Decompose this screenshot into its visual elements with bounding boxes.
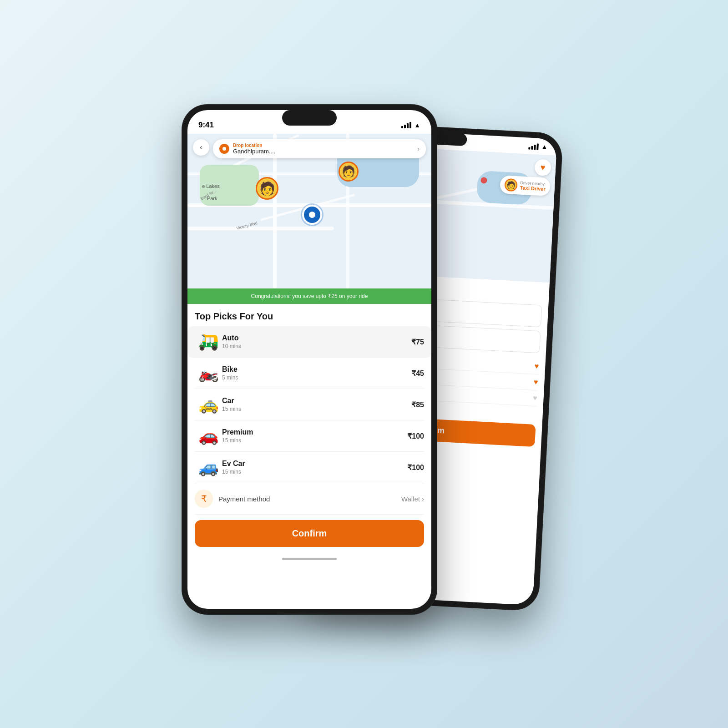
- auto-price: ₹75: [411, 338, 424, 346]
- drop-location-bar[interactable]: Drop location Gandhipuram.... ›: [213, 139, 426, 158]
- map-area: e Lakes Park Bard Av... Victory Blvd ‹ D…: [187, 134, 431, 288]
- back-arrow-icon: ‹: [200, 143, 202, 152]
- ride-option-premium[interactable]: 🚗 Premium 15 mins ₹100: [195, 420, 424, 452]
- car-info: Car 15 mins: [222, 397, 411, 412]
- auto-info: Auto 10 mins: [222, 334, 411, 349]
- auto-time: 10 mins: [222, 343, 411, 349]
- drop-location-name: Gandhipuram....: [233, 148, 414, 155]
- ride-option-car[interactable]: 🚕 Car 15 mins ₹85: [195, 389, 424, 420]
- payment-label: Payment method: [218, 495, 401, 503]
- signal-bar-2: [404, 125, 406, 128]
- fav-park-heart-icon[interactable]: ♥: [534, 362, 539, 370]
- signal-bar-2: [531, 146, 533, 150]
- front-phone: 9:41 ▲: [182, 105, 437, 614]
- payment-icon: ₹: [195, 490, 213, 508]
- fav-dhipuram-heart-icon[interactable]: ♥: [534, 378, 538, 386]
- bike-name: Bike: [222, 365, 411, 374]
- premium-info: Premium 15 mins: [222, 428, 407, 444]
- bottom-sheet: Top Picks For You 🛺 Auto 10 mins ₹75 🏍️ …: [187, 304, 431, 564]
- evcar-icon: 🚙: [195, 457, 222, 477]
- road-horizontal-2: [187, 227, 334, 230]
- driver-avatar-back: 🧑: [504, 178, 517, 192]
- driver-marker-1: 🧑: [256, 177, 278, 200]
- drop-location-icon: [219, 144, 229, 154]
- savings-banner: Congratulations! you save upto ₹25 on yo…: [187, 288, 431, 304]
- evcar-info: Ev Car 15 mins: [222, 460, 407, 475]
- signal-bars: [401, 122, 411, 128]
- signal-bar-1: [528, 147, 530, 149]
- payment-method-row[interactable]: ₹ Payment method Wallet ›: [195, 483, 424, 515]
- status-time: 9:41: [198, 121, 214, 130]
- fav-pool-heart-icon[interactable]: ♥: [533, 394, 537, 402]
- premium-name: Premium: [222, 428, 407, 436]
- evcar-price: ₹100: [407, 463, 424, 472]
- car-price: ₹85: [411, 400, 424, 409]
- evcar-name: Ev Car: [222, 460, 407, 468]
- drop-chevron-icon: ›: [417, 145, 420, 152]
- signal-bar-4: [410, 122, 411, 128]
- signal-bar-4: [536, 143, 539, 150]
- dynamic-island-front: [282, 110, 337, 126]
- confirm-button[interactable]: Confirm: [195, 520, 424, 547]
- premium-price: ₹100: [407, 432, 424, 440]
- ride-option-evcar[interactable]: 🚙 Ev Car 15 mins ₹100: [195, 452, 424, 483]
- ride-option-auto[interactable]: 🛺 Auto 10 mins ₹75: [187, 326, 431, 358]
- driver-nearby-name: Taxi Driver: [520, 185, 546, 192]
- payment-value: Wallet ›: [401, 495, 424, 503]
- drop-location-label: Drop location: [233, 143, 414, 148]
- premium-time: 15 mins: [222, 437, 407, 444]
- driver-nearby-text: Driver nearby Taxi Driver: [520, 181, 546, 192]
- bike-price: ₹45: [411, 369, 424, 378]
- ride-option-bike[interactable]: 🏍️ Bike 5 mins ₹45: [195, 358, 424, 389]
- back-button[interactable]: ‹: [193, 139, 209, 156]
- wifi-icon: ▲: [414, 121, 420, 129]
- back-signal-bars: [528, 142, 539, 150]
- bike-info: Bike 5 mins: [222, 365, 411, 381]
- bike-time: 5 mins: [222, 374, 411, 381]
- home-bar: [282, 558, 337, 560]
- auto-name: Auto: [222, 334, 411, 342]
- front-phone-screen: 9:41 ▲: [187, 110, 431, 609]
- top-picks-title: Top Picks For You: [195, 304, 424, 326]
- bike-icon: 🏍️: [195, 363, 222, 383]
- driver-nearby-badge: 🧑 Driver nearby Taxi Driver: [500, 175, 551, 196]
- car-time: 15 mins: [222, 406, 411, 412]
- user-location-marker: [302, 205, 322, 225]
- status-icons: ▲: [401, 121, 420, 129]
- payment-chevron-icon: ›: [422, 495, 424, 503]
- back-wifi-icon: ▲: [541, 143, 548, 151]
- car-name: Car: [222, 397, 411, 405]
- auto-icon: 🛺: [195, 332, 222, 352]
- payment-value-text: Wallet: [401, 495, 420, 503]
- signal-bar-3: [534, 145, 536, 150]
- driver-avatar-2: 🧑: [342, 165, 355, 178]
- home-indicator: [195, 554, 424, 564]
- signal-bar-1: [401, 126, 403, 128]
- drop-location-text: Drop location Gandhipuram....: [233, 143, 414, 155]
- signal-bar-3: [407, 123, 409, 128]
- park-label-lakes: e Lakes: [202, 183, 220, 189]
- premium-icon: 🚗: [195, 426, 222, 446]
- driver-avatar-1: 🧑: [259, 181, 275, 196]
- car-icon: 🚕: [195, 394, 222, 415]
- phones-container: ▲ ♥ 🧑 Driv: [159, 91, 569, 637]
- evcar-time: 15 mins: [222, 469, 407, 475]
- user-marker-inner: [309, 212, 315, 218]
